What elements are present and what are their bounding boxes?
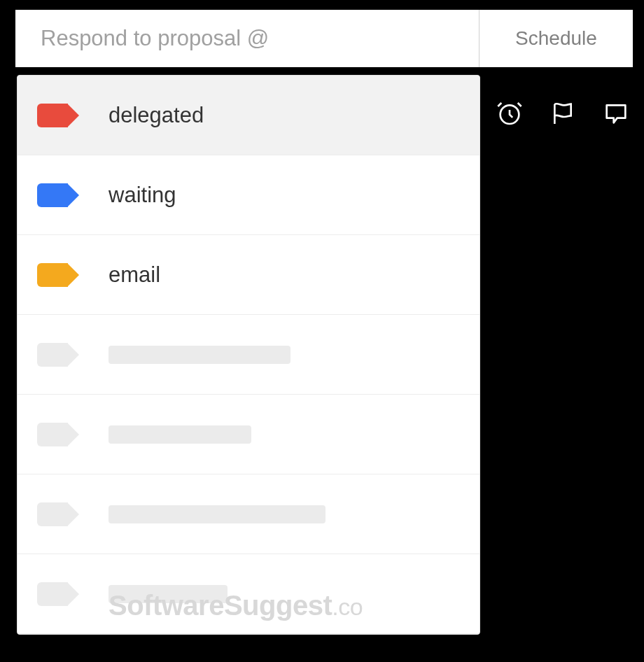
placeholder-label: [108, 505, 326, 523]
tag-icon: [37, 343, 68, 367]
tag-label: waiting: [108, 183, 176, 208]
tag-icon: [37, 502, 68, 526]
tag-icon: [37, 263, 68, 287]
alarm-icon[interactable]: [496, 99, 524, 130]
flag-icon[interactable]: [549, 99, 577, 130]
tag-icon: [37, 183, 68, 207]
tag-option-placeholder[interactable]: [18, 554, 479, 634]
schedule-button[interactable]: Schedule: [479, 10, 633, 67]
tag-label: delegated: [108, 103, 204, 128]
task-input[interactable]: [15, 10, 479, 67]
comment-icon[interactable]: [602, 99, 630, 130]
tag-option-delegated[interactable]: delegated: [18, 76, 479, 155]
tag-icon: [37, 104, 68, 127]
tag-option-waiting[interactable]: waiting: [18, 155, 479, 235]
task-input-row: Schedule: [14, 8, 634, 69]
tag-icon: [37, 582, 68, 606]
tag-icon: [37, 423, 68, 446]
placeholder-label: [108, 425, 251, 444]
tag-option-email[interactable]: email: [18, 235, 479, 315]
action-icons: [496, 99, 630, 130]
tag-option-placeholder[interactable]: [18, 315, 479, 395]
tag-dropdown: delegated waiting email SoftwareSuggest.…: [17, 75, 480, 635]
tag-option-placeholder[interactable]: [18, 395, 479, 474]
placeholder-label: [108, 346, 290, 364]
placeholder-label: [108, 585, 227, 603]
tag-label: email: [108, 262, 160, 288]
tag-option-placeholder[interactable]: [18, 474, 479, 554]
